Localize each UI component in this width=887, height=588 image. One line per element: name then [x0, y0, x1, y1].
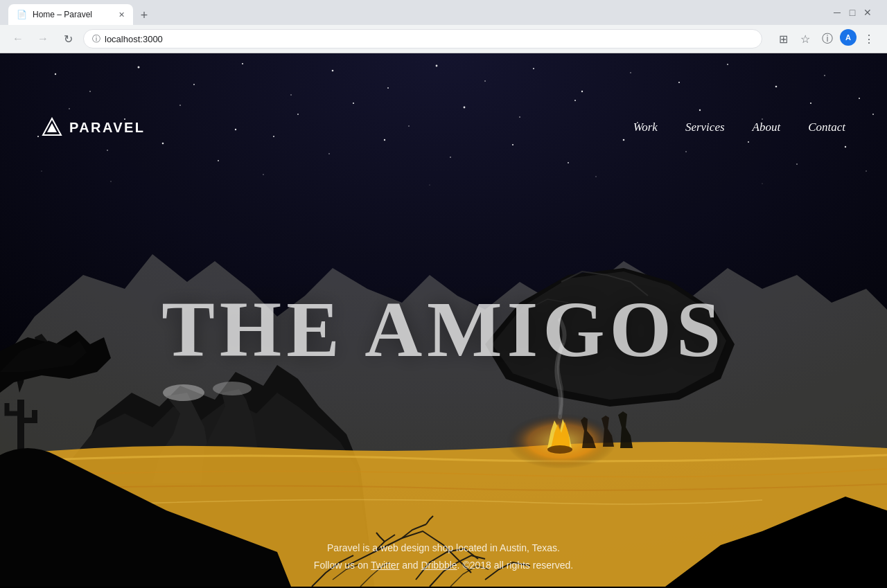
address-bar: ← → ↻ ⓘ localhost:3000 ⊞ ☆ ⓘ A ⋮	[0, 25, 887, 53]
back-button[interactable]: ←	[8, 29, 28, 48]
title-bar: 📄 Home – Paravel ✕ + ─ □ ✕	[0, 0, 887, 25]
nav-item-services: Services	[685, 121, 725, 134]
url-text: localhost:3000	[105, 34, 753, 44]
footer-and-text: and	[399, 560, 421, 571]
nav-link-contact[interactable]: Contact	[808, 121, 845, 134]
nav-link-about[interactable]: About	[753, 121, 781, 134]
nav-item-about: About	[753, 121, 781, 134]
browser-chrome: 📄 Home – Paravel ✕ + ─ □ ✕ ← → ↻ ⓘ local…	[0, 0, 887, 53]
nav-link-services[interactable]: Services	[685, 121, 725, 134]
forward-button[interactable]: →	[33, 29, 53, 48]
nav-item-contact: Contact	[808, 121, 845, 134]
translate-button[interactable]: ⊞	[773, 29, 793, 48]
nav-links: Work Services About Contact	[633, 121, 845, 134]
nav-link-work[interactable]: Work	[633, 121, 658, 134]
close-button[interactable]: ✕	[862, 7, 873, 18]
tab-strip: 📄 Home – Paravel ✕ +	[6, 0, 157, 25]
window-controls: ─ □ ✕	[832, 7, 873, 18]
logo-icon	[42, 117, 62, 138]
footer-copyright: . ©2018 all rights reserved.	[457, 560, 574, 571]
new-tab-button[interactable]: +	[134, 6, 154, 25]
tab-favicon: 📄	[17, 10, 27, 19]
security-icon: ⓘ	[92, 33, 100, 45]
reload-button[interactable]: ↻	[58, 29, 78, 48]
url-bar[interactable]: ⓘ localhost:3000	[83, 29, 762, 48]
maximize-button[interactable]: □	[847, 7, 858, 18]
website-content: THE AMIGOS PARAVEL Work Services	[0, 53, 887, 588]
bookmark-button[interactable]: ☆	[796, 29, 815, 48]
profile-button[interactable]: A	[840, 29, 857, 46]
settings-button[interactable]: ⓘ	[818, 29, 837, 48]
active-tab[interactable]: 📄 Home – Paravel ✕	[8, 4, 133, 25]
page-wrapper: 📄 Home – Paravel ✕ + ─ □ ✕ ← → ↻ ⓘ local…	[0, 0, 887, 588]
logo-text: PARAVEL	[69, 120, 145, 136]
footer-follow-text: Follow us on	[314, 560, 371, 571]
toolbar-icons: ⊞ ☆ ⓘ A ⋮	[773, 29, 879, 48]
navigation: PARAVEL Work Services About Contact	[0, 103, 887, 152]
twitter-link[interactable]: Twitter	[371, 560, 399, 571]
footer-line1: Paravel is a web design shop located in …	[14, 540, 873, 557]
footer: Paravel is a web design shop located in …	[0, 526, 887, 588]
nav-item-work: Work	[633, 121, 658, 134]
menu-button[interactable]: ⋮	[859, 29, 879, 48]
footer-line2: Follow us on Twitter and Dribbble. ©2018…	[14, 557, 873, 574]
tab-title: Home – Paravel	[33, 10, 113, 19]
tab-close-button[interactable]: ✕	[118, 10, 125, 19]
minimize-button[interactable]: ─	[832, 7, 843, 18]
dribbble-link[interactable]: Dribbble	[421, 560, 457, 571]
logo-link[interactable]: PARAVEL	[42, 117, 145, 138]
